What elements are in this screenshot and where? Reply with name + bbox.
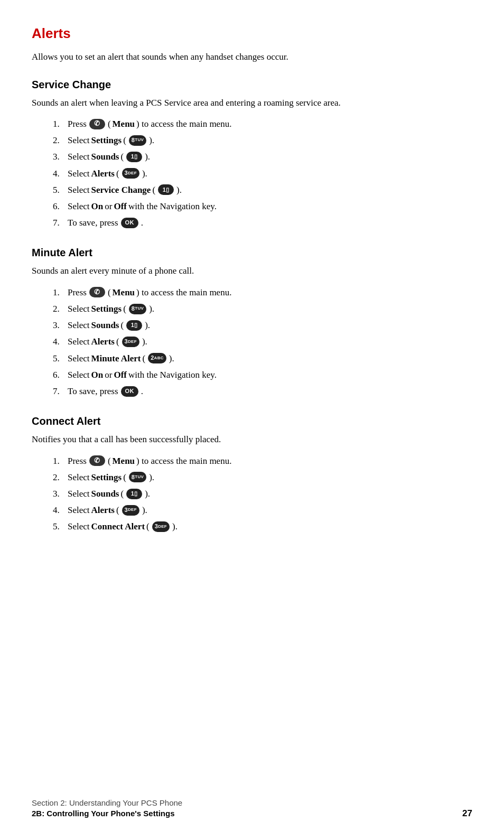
step-ma-2: 2. Select Settings ( 8TUV ). [53, 302, 472, 316]
key-1-sounds-ca: 1▯ [126, 489, 142, 499]
step-ca-4: 4. Select Alerts ( 3DEF ). [53, 503, 472, 517]
key-3def-ma: 3DEF [122, 337, 139, 347]
step-ca-1: 1. Press ✆ (Menu) to access the main men… [53, 454, 472, 468]
key-2abc-ma: 2ABC [148, 353, 166, 363]
step-ma-6: 6. Select On or Off with the Navigation … [53, 368, 472, 382]
page-title: Alerts [32, 25, 472, 42]
intro-text: Allows you to set an alert that sounds w… [32, 50, 472, 64]
section-title-service-change: Service Change [32, 79, 472, 91]
step-sc-2: 2. Select Settings ( 8TUV ). [53, 133, 472, 147]
step-sc-1: 1. Press ✆ (Menu) to access the main men… [53, 117, 472, 131]
footer-page-num: 27 [462, 808, 472, 819]
steps-list-connect-alert: 1. Press ✆ (Menu) to access the main men… [53, 454, 472, 534]
key-8tuv-ma: 8TUV [129, 304, 146, 314]
key-1-svc: 1▯ [158, 184, 174, 195]
section-service-change: Service Change Sounds an alert when leav… [32, 79, 472, 230]
section-desc-connect-alert: Notifies you that a call has been succes… [32, 433, 472, 446]
step-sc-3: 3. Select Sounds ( 1▯ ). [53, 150, 472, 164]
key-3def-ca2: 3DEF [152, 521, 170, 532]
step-ca-2: 2. Select Settings ( 8TUV ). [53, 470, 472, 484]
key-8tuv: 8TUV [129, 135, 146, 146]
footer-section-label: Section 2: Understanding Your PCS Phone [32, 798, 472, 807]
step-ma-4: 4. Select Alerts ( 3DEF ). [53, 334, 472, 349]
section-desc-minute-alert: Sounds an alert every minute of a phone … [32, 264, 472, 278]
step-sc-6: 6. Select On or Off with the Navigation … [53, 199, 472, 213]
key-ok-sc: OK [121, 218, 138, 228]
key-ok-ma: OK [121, 386, 138, 397]
step-ma-5: 5. Select Minute Alert ( 2ABC ). [53, 351, 472, 366]
key-1-sounds-ma: 1▯ [126, 320, 142, 331]
footer-bottom-row: 2B: Controlling Your Phone's Settings 27 [32, 808, 472, 819]
section-title-connect-alert: Connect Alert [32, 415, 472, 427]
step-sc-5: 5. Select Service Change ( 1▯ ). [53, 183, 472, 197]
key-1-sounds: 1▯ [126, 152, 142, 162]
key-3def-alerts: 3DEF [122, 168, 139, 179]
steps-list-minute-alert: 1. Press ✆ (Menu) to access the main men… [53, 285, 472, 398]
step-sc-4: 4. Select Alerts ( 3DEF ). [53, 166, 472, 181]
step-ca-5: 5. Select Connect Alert ( 3DEF ). [53, 519, 472, 534]
phone-key-icon: ✆ [89, 119, 105, 129]
steps-list-service-change: 1. Press ✆ (Menu) to access the main men… [53, 117, 472, 230]
key-8tuv-ca: 8TUV [129, 472, 146, 482]
section-desc-service-change: Sounds an alert when leaving a PCS Servi… [32, 96, 472, 110]
step-sc-7: 7. To save, press OK . [53, 216, 472, 230]
footer-chapter: 2B: Controlling Your Phone's Settings [32, 809, 175, 818]
phone-key-icon-ca: ✆ [89, 455, 105, 466]
section-title-minute-alert: Minute Alert [32, 247, 472, 259]
step-ma-3: 3. Select Sounds ( 1▯ ). [53, 318, 472, 332]
step-ma-7: 7. To save, press OK . [53, 384, 472, 398]
phone-key-icon-ma: ✆ [89, 287, 105, 297]
step-ma-1: 1. Press ✆ (Menu) to access the main men… [53, 285, 472, 300]
section-minute-alert: Minute Alert Sounds an alert every minut… [32, 247, 472, 398]
step-ca-3: 3. Select Sounds ( 1▯ ). [53, 487, 472, 501]
key-3def-ca: 3DEF [122, 505, 139, 516]
section-connect-alert: Connect Alert Notifies you that a call h… [32, 415, 472, 534]
page-footer: Section 2: Understanding Your PCS Phone … [32, 798, 472, 819]
